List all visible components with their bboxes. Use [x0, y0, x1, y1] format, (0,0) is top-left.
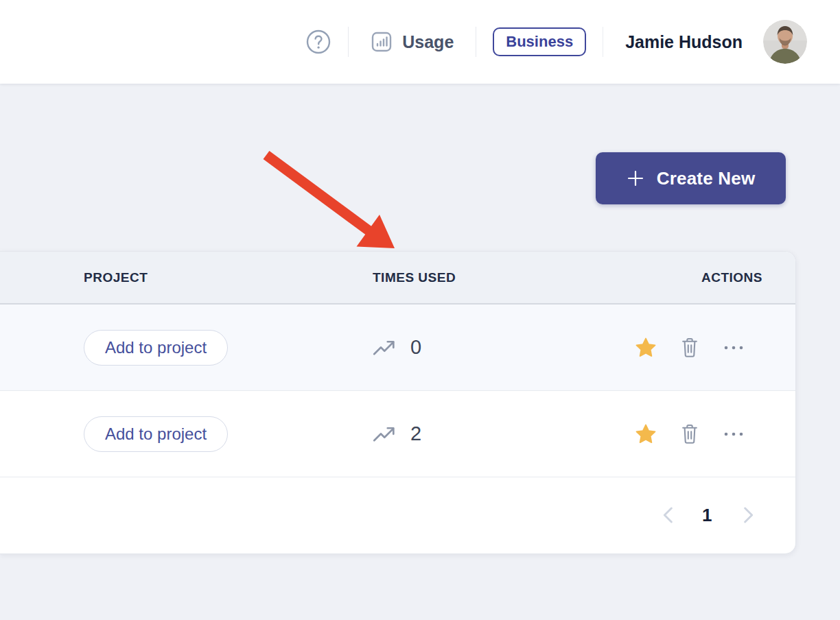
create-new-label: Create New [657, 168, 756, 189]
top-bar: Usage Business Jamie Hudson [0, 0, 840, 84]
trend-icon [373, 338, 395, 357]
column-header-times-used: TIMES USED [373, 270, 590, 285]
divider [603, 27, 603, 57]
usage-icon [371, 31, 393, 53]
next-page-button[interactable] [743, 507, 754, 523]
help-icon [305, 29, 331, 55]
divider [476, 27, 476, 57]
add-to-project-button[interactable]: Add to project [84, 416, 228, 452]
table-row: Add to project 2 [0, 391, 795, 477]
delete-button[interactable] [679, 337, 700, 359]
ellipsis-icon [723, 344, 745, 351]
delete-button[interactable] [679, 423, 700, 445]
usage-button[interactable]: Usage [366, 30, 458, 53]
chevron-right-icon [743, 507, 754, 523]
ellipsis-icon [723, 431, 745, 438]
avatar[interactable] [763, 20, 807, 64]
plus-icon [627, 169, 644, 187]
prev-page-button[interactable] [662, 507, 673, 523]
table-card: PROJECT TIMES USED ACTIONS Add to projec… [0, 251, 796, 554]
column-header-project: PROJECT [0, 270, 373, 285]
create-new-button[interactable]: Create New [596, 152, 786, 204]
add-to-project-button[interactable]: Add to project [84, 330, 228, 366]
trend-icon [373, 425, 395, 443]
trash-icon [679, 337, 700, 359]
star-icon [635, 423, 657, 445]
more-actions-button[interactable] [723, 344, 745, 351]
current-page[interactable]: 1 [702, 505, 714, 526]
pagination: 1 [0, 477, 795, 553]
more-actions-button[interactable] [723, 431, 745, 438]
favorite-button[interactable] [635, 337, 657, 359]
help-button[interactable] [305, 29, 331, 55]
column-header-actions: ACTIONS [590, 270, 795, 285]
favorite-button[interactable] [635, 423, 657, 445]
user-name[interactable]: Jamie Hudson [621, 32, 747, 53]
table-header-row: PROJECT TIMES USED ACTIONS [0, 252, 795, 305]
star-icon [635, 337, 657, 359]
times-used-value: 2 [410, 422, 421, 445]
trash-icon [679, 423, 700, 445]
times-used-value: 0 [410, 336, 421, 359]
plan-badge[interactable]: Business [493, 27, 586, 56]
usage-label: Usage [402, 32, 454, 52]
divider [348, 27, 349, 57]
red-arrow-annotation [259, 148, 401, 252]
chevron-left-icon [662, 507, 673, 523]
table-row: Add to project 0 [0, 305, 795, 391]
